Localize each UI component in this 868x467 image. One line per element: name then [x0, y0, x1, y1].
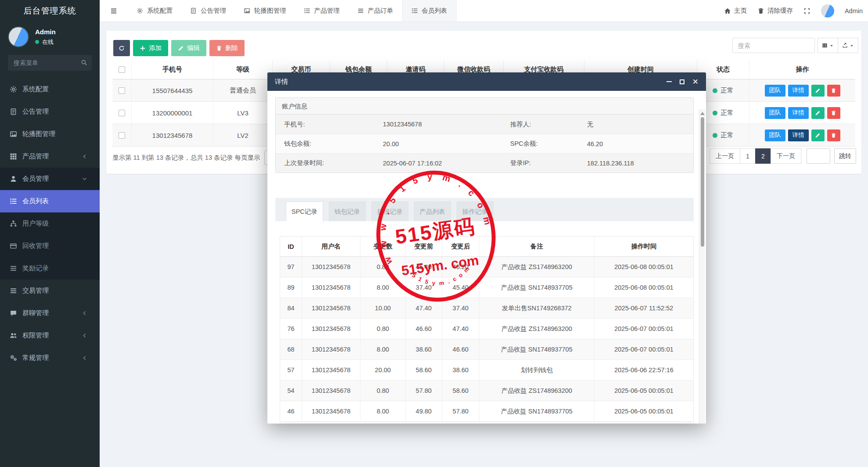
sidebar-item-11[interactable]: 权限管理 [0, 324, 100, 347]
tab-1[interactable]: 钱包记录 [329, 201, 366, 221]
row-checkbox[interactable] [119, 132, 125, 139]
row-checkbox[interactable] [119, 87, 125, 94]
row-edit-button[interactable] [811, 85, 825, 97]
records-column-header: 操作时间 [594, 237, 693, 257]
top-nav-label: 轮播图管理 [254, 7, 286, 15]
tab-0[interactable]: SPC记录 [286, 201, 323, 221]
sidebar-item-label: 会员列表 [22, 197, 49, 205]
records-header-row: ID用户名变更数变更前变更后备注操作时间 [280, 237, 693, 257]
sidebar-item-9[interactable]: 交易管理 [0, 280, 100, 302]
pagination-next[interactable]: 下一页 [771, 148, 801, 164]
row-checkbox[interactable] [119, 110, 125, 116]
page-jump-button[interactable]: 跳转 [834, 148, 856, 164]
sidebar-item-1[interactable]: 公告管理 [0, 101, 100, 123]
row-delete-button[interactable] [827, 107, 840, 119]
pagination-prev[interactable]: 上一页 [710, 148, 740, 164]
select-all-checkbox[interactable] [119, 66, 125, 73]
team-button[interactable]: 团队 [765, 85, 785, 97]
sidebar-item-label: 权限管理 [22, 331, 49, 340]
sidebar-item-12[interactable]: 常规管理 [0, 347, 100, 369]
maximize-icon[interactable] [680, 79, 684, 85]
level-cell: LV3 [213, 102, 273, 124]
pagination-page-1[interactable]: 1 [740, 148, 756, 164]
detail-button[interactable]: 详情 [788, 129, 809, 141]
records-column-header: 变更前 [406, 237, 442, 257]
sidebar-item-5[interactable]: 会员列表 [0, 190, 100, 212]
team-button[interactable]: 团队 [765, 107, 785, 119]
menu-toggle-icon[interactable] [110, 7, 118, 14]
records-cell: 58.60 [442, 381, 479, 401]
page-jump-input[interactable] [807, 148, 830, 164]
records-cell: 2025-06-06 22:57:16 [594, 360, 693, 381]
image-icon [10, 130, 17, 138]
edit-button[interactable]: 编辑 [171, 40, 206, 56]
detail-button[interactable]: 详情 [788, 107, 809, 119]
pagination-page-2[interactable]: 2 [755, 148, 771, 164]
minimize-icon[interactable] [666, 79, 672, 85]
top-nav-item-4[interactable]: 产品订单 [349, 0, 402, 22]
columns-icon [822, 43, 828, 48]
top-nav-item-5[interactable]: 会员列表 [402, 0, 457, 22]
add-button[interactable]: 添加 [133, 40, 168, 56]
close-icon[interactable]: ✕ [692, 79, 699, 85]
tab-2[interactable]: 提现记录 [371, 201, 408, 221]
row-edit-button[interactable] [811, 129, 825, 141]
records-column-header: 变更数 [360, 237, 406, 257]
sidebar-item-8[interactable]: 奖励记录 [0, 257, 100, 280]
records-cell: 57.80 [442, 401, 479, 422]
admin-avatar[interactable] [821, 4, 834, 18]
team-button[interactable]: 团队 [765, 129, 785, 141]
records-column-header: 用户名 [302, 237, 360, 257]
modal-header[interactable]: 详情 ✕ [267, 72, 706, 91]
delete-button[interactable]: 删除 [209, 40, 245, 56]
records-cell: 13012345678 [302, 360, 360, 381]
pagination: 上一页12下一页 [710, 148, 801, 164]
columns-toggle-button[interactable] [818, 38, 838, 53]
top-nav-item-0[interactable]: 系统配置 [128, 0, 181, 22]
top-nav-item-1[interactable]: 公告管理 [181, 0, 235, 22]
sidebar-item-6[interactable]: 用户等级 [0, 212, 100, 235]
sidebar-item-label: 群聊管理 [22, 309, 49, 317]
row-delete-button[interactable] [827, 129, 840, 141]
records-cell: 13012345678 [302, 257, 360, 277]
menu-search-input[interactable] [8, 55, 92, 71]
refresh-button[interactable] [113, 40, 130, 56]
online-status-dot [35, 40, 39, 44]
row-edit-button[interactable] [811, 107, 825, 119]
status-dot [713, 133, 717, 138]
tab-3[interactable]: 产品列表 [414, 201, 451, 221]
pencil-icon [815, 88, 821, 93]
sidebar-item-2[interactable]: 轮播图管理 [0, 123, 100, 145]
top-nav-item-3[interactable]: 产品管理 [295, 0, 349, 22]
sidebar-item-3[interactable]: 产品管理 [0, 145, 100, 168]
detail-button[interactable]: 详情 [788, 85, 809, 97]
user-name: Admin [35, 28, 56, 36]
sidebar-item-4[interactable]: 会员管理 [0, 168, 100, 190]
pencil-icon [815, 110, 821, 116]
records-cell: 45.40 [406, 257, 442, 277]
home-link[interactable]: 主页 [724, 7, 747, 15]
scroll-up-icon[interactable] [700, 112, 705, 115]
records-cell: 产品收益 ZS1748963200 [479, 381, 594, 401]
table-search-input[interactable] [732, 38, 815, 53]
account-info-panel: 账户信息 手机号:13012345678推荐人:无钱包余额:20.00SPC余额… [275, 97, 694, 173]
clear-cache-link[interactable]: 清除缓存 [757, 7, 793, 15]
sidebar-item-0[interactable]: 系统配置 [0, 78, 100, 101]
top-nav-item-2[interactable]: 轮播图管理 [235, 0, 295, 22]
scrollbar-thumb[interactable] [701, 117, 704, 247]
records-cell: 2025-06-05 00:05:01 [594, 401, 693, 422]
records-cell: 产品收益 ZS1748963200 [479, 319, 594, 339]
fullscreen-icon[interactable] [803, 7, 810, 14]
row-checkbox-cell [112, 124, 132, 147]
export-button[interactable] [838, 38, 858, 53]
tab-4[interactable]: 操作记录 [457, 201, 493, 221]
sidebar-item-10[interactable]: 群聊管理 [0, 302, 100, 324]
sidebar-menu: 系统配置公告管理轮播图管理产品管理会员管理会员列表用户等级回收管理奖励记录交易管… [0, 78, 100, 369]
records-cell: 8.00 [360, 277, 406, 298]
row-delete-button[interactable] [827, 85, 840, 97]
modal-scrollbar[interactable] [699, 109, 705, 424]
sidebar-item-7[interactable]: 回收管理 [0, 235, 100, 257]
records-cell: 57 [280, 360, 302, 381]
sidebar-item-label: 产品管理 [22, 152, 49, 161]
records-cell: 0.80 [360, 381, 406, 401]
